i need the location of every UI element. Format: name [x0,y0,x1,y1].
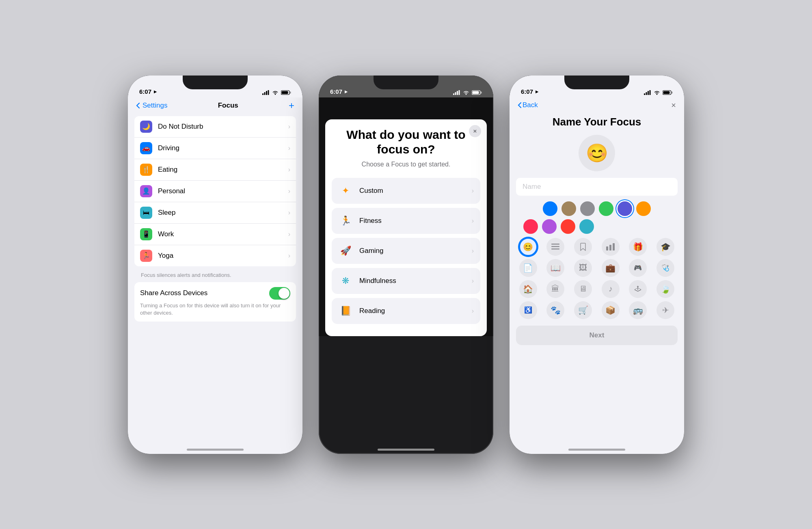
svg-rect-24 [551,244,559,245]
signal-icon-3 [644,90,651,95]
color-row-2 [516,219,678,234]
svg-rect-8 [453,93,454,95]
emoji-avatar[interactable]: 😊 [579,135,615,171]
back-button-3[interactable]: Back [518,101,538,109]
icon-cell-home[interactable]: 🏠 [519,280,537,298]
color-brown[interactable] [561,201,576,216]
icon-cell-chart[interactable] [602,238,620,256]
svg-rect-19 [650,90,651,95]
color-blue[interactable] [543,201,557,216]
focus-option-gaming[interactable]: 🚀 Gaming › [332,238,480,264]
eating-chevron: › [288,166,290,173]
icon-cell-accessible[interactable]: ♿ [519,301,537,319]
icon-cell-paw[interactable]: 🐾 [546,301,564,319]
icon-cell-leaf[interactable]: 🍃 [657,280,674,298]
status-time-3: 6:07 ▸ [521,88,538,95]
gaming-chevron: › [472,247,474,255]
sleep-icon: 🛏 [140,207,152,219]
wifi-icon-2 [463,90,469,95]
reading-icon: 📙 [338,304,353,318]
icon-cell-desktop[interactable]: 🖥 [574,280,592,298]
icon-cell-emoji[interactable]: 😊 [519,238,537,256]
icon-cell-graduation[interactable]: 🎓 [657,238,674,256]
focus-option-fitness[interactable]: 🏃 Fitness › [332,208,480,234]
close-button-3[interactable]: × [671,101,676,110]
yoga-chevron: › [288,252,290,259]
color-green[interactable] [599,201,613,216]
color-gray[interactable] [580,201,595,216]
icon-cell-plane[interactable]: ✈ [657,301,674,319]
fitness-label: Fitness [359,217,465,225]
dnd-chevron: › [288,123,290,130]
color-pink[interactable] [523,219,538,234]
icon-cell-bookmark[interactable] [574,238,592,256]
eating-label: Eating [158,166,283,174]
status-icons-2 [453,90,482,95]
dnd-icon: 🌙 [140,121,152,133]
battery-icon-3 [663,90,673,95]
icon-cell-document[interactable]: 📄 [519,259,537,277]
icon-cell-photo[interactable]: 🖼 [574,259,592,277]
icon-cell-book[interactable]: 📖 [546,259,564,277]
focus-option-mindfulness[interactable]: ❋ Mindfulness › [332,268,480,294]
svg-rect-10 [457,91,458,95]
color-purple-selected[interactable] [618,201,632,216]
list-item-eating[interactable]: 🍴 Eating › [134,159,296,181]
icon-cell-briefcase[interactable]: 💼 [602,259,620,277]
color-violet[interactable] [542,219,557,234]
color-red[interactable] [561,219,575,234]
custom-chevron: › [472,187,474,194]
battery-icon-2 [472,90,482,95]
svg-point-4 [275,93,276,95]
wifi-icon-3 [654,90,660,95]
back-button-1[interactable]: Settings [136,101,167,110]
color-orange[interactable] [636,201,651,216]
add-button-1[interactable]: + [289,100,294,111]
next-button[interactable]: Next [516,326,678,345]
icon-cell-gamepad[interactable]: 🕹 [629,280,647,298]
icon-cell-box[interactable]: 📦 [602,301,620,319]
color-teal[interactable] [579,219,594,234]
icon-cell-game[interactable]: 🎮 [629,259,647,277]
custom-label: Custom [359,187,465,195]
icon-cell-cart[interactable]: 🛒 [574,301,592,319]
modal-close-button[interactable]: × [469,125,481,137]
notch-3 [564,76,629,89]
mindfulness-label: Mindfulness [359,277,465,285]
share-toggle-label: Share Across Devices [140,289,207,297]
name-input-row[interactable]: Name [516,178,678,196]
list-item-yoga[interactable]: 🏃 Yoga › [134,245,296,266]
personal-label: Personal [158,187,283,195]
modal-subtitle: Choose a Focus to get started. [332,161,480,168]
notch-1 [183,76,248,89]
icon-cell-music[interactable]: ♪ [602,280,620,298]
list-item-driving[interactable]: 🚗 Driving › [134,138,296,159]
chevron-left-icon-3 [518,102,522,108]
icon-cell-bank[interactable]: 🏛 [546,280,564,298]
color-row-1 [516,201,678,216]
personal-icon: 👤 [140,185,152,197]
svg-rect-6 [282,91,288,94]
work-label: Work [158,230,283,238]
svg-rect-11 [459,90,460,95]
work-icon: 📱 [140,228,152,240]
home-indicator-3 [568,449,625,451]
icon-cell-health[interactable]: 🩺 [657,259,674,277]
chevron-left-icon [136,102,140,109]
focus-list: 🌙 Do Not Disturb › 🚗 Driving › 🍴 Eating … [134,116,296,266]
icon-cell-bus[interactable]: 🚌 [629,301,647,319]
share-toggle-switch[interactable] [269,287,290,300]
list-item-sleep[interactable]: 🛏 Sleep › [134,202,296,224]
focus-option-custom[interactable]: ✦ Custom › [332,178,480,204]
nav-row-1: Settings Focus + [128,97,302,112]
list-item-dnd[interactable]: 🌙 Do Not Disturb › [134,116,296,138]
status-time-1: 6:07 ▸ [139,88,157,95]
focus-option-reading[interactable]: 📙 Reading › [332,298,480,324]
icon-cell-list[interactable] [546,238,564,256]
list-item-work[interactable]: 📱 Work › [134,224,296,245]
phone-1: 6:07 ▸ [128,76,302,454]
name-your-focus-screen: Back × Name Your Focus 😊 Name [510,97,684,454]
list-item-personal[interactable]: 👤 Personal › [134,181,296,202]
reading-chevron: › [472,307,474,315]
icon-cell-gift[interactable]: 🎁 [629,238,647,256]
